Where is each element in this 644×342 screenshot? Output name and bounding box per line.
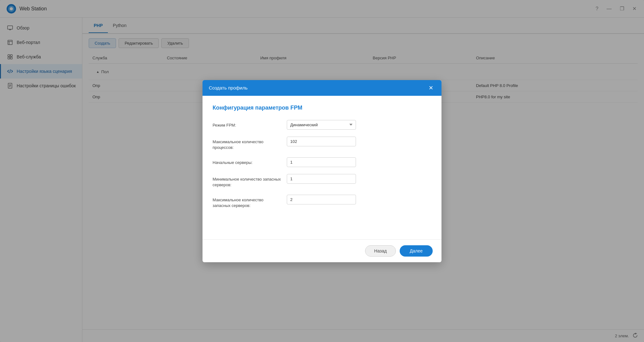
label-fpm-mode: Режим FPM: bbox=[213, 120, 282, 128]
form-row-fpm-mode: Режим FPM: Динамический Статический По з… bbox=[213, 120, 431, 130]
max-processes-input[interactable] bbox=[287, 137, 356, 146]
modal-section-title: Конфигурация параметров FPM bbox=[213, 105, 431, 111]
form-row-min-spare: Минимальное количество запасных серверов… bbox=[213, 174, 431, 188]
modal-dialog: Создать профиль ✕ Конфигурация параметро… bbox=[203, 80, 441, 262]
form-row-start-servers: Начальные серверы: bbox=[213, 157, 431, 167]
control-start-servers bbox=[287, 157, 431, 167]
max-spare-servers-input[interactable] bbox=[287, 195, 356, 204]
modal-header-title: Создать профиль bbox=[209, 85, 247, 90]
label-max-spare-servers: Максимальное количество запасных серверо… bbox=[213, 195, 282, 209]
back-button[interactable]: Назад bbox=[365, 245, 396, 257]
label-start-servers: Начальные серверы: bbox=[213, 157, 282, 166]
form-row-max-spare: Максимальное количество запасных серверо… bbox=[213, 195, 431, 209]
label-max-processes: Максимальное количество процессов: bbox=[213, 137, 282, 150]
modal-footer: Назад Далее bbox=[203, 239, 441, 262]
modal-overlay: Создать профиль ✕ Конфигурация параметро… bbox=[0, 0, 644, 342]
modal-header: Создать профиль ✕ bbox=[203, 80, 441, 96]
next-button[interactable]: Далее bbox=[400, 245, 433, 257]
min-spare-servers-input[interactable] bbox=[287, 174, 356, 184]
control-max-processes bbox=[287, 137, 431, 146]
modal-close-button[interactable]: ✕ bbox=[427, 84, 435, 91]
control-min-spare bbox=[287, 174, 431, 184]
control-max-spare bbox=[287, 195, 431, 204]
start-servers-input[interactable] bbox=[287, 157, 356, 167]
label-min-spare-servers: Минимальное количество запасных серверов… bbox=[213, 174, 282, 188]
control-fpm-mode: Динамический Статический По запросу bbox=[287, 120, 431, 130]
modal-body: Конфигурация параметров FPM Режим FPM: Д… bbox=[203, 96, 441, 239]
form-row-max-processes: Максимальное количество процессов: bbox=[213, 137, 431, 150]
fpm-mode-select[interactable]: Динамический Статический По запросу bbox=[287, 120, 356, 130]
